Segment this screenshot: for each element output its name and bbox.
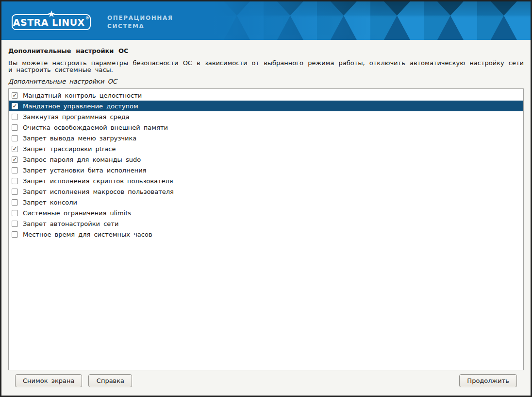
list-item-label: Местное время для системных часов [23,231,152,238]
continue-button[interactable]: Продолжить [459,374,517,387]
list-item-label: Замкнутая программная среда [23,113,130,121]
list-item-label: Запрет трассировки ptrace [23,145,116,153]
star-icon [47,10,56,18]
header-banner: ASTRA LINUX® ОПЕРАЦИОННАЯ СИСТЕМА [1,1,531,40]
help-button[interactable]: Справка [88,374,132,387]
checkbox-unchecked[interactable] [12,189,18,195]
list-item[interactable]: Запрет автонастройки сети [9,218,523,229]
list-item[interactable]: ✓Запрос пароля для команды sudo [9,154,523,165]
os-name-line1: ОПЕРАЦИОННАЯ [107,14,173,22]
list-item-label: Мандатный контроль целостности [23,92,142,99]
checkbox-checked[interactable]: ✓ [12,92,18,99]
installer-window: ASTRA LINUX® ОПЕРАЦИОННАЯ СИСТЕМА Дополн… [0,0,532,397]
list-item[interactable]: Очистка освобождаемой внешней памяти [9,122,523,133]
list-item-label: Очистка освобождаемой внешней памяти [23,124,168,131]
footer-bar: Снимок экрана Справка Продолжить [8,370,524,396]
checkbox-unchecked[interactable] [12,210,18,216]
registered-mark: ® [85,15,90,22]
list-item-label: Запрет исполнения макросов пользователя [23,188,174,195]
checkbox-checked[interactable]: ✓ [12,103,18,109]
list-item-label: Запрет консоли [23,199,77,206]
list-item[interactable]: Местное время для системных часов [9,229,523,240]
os-name: ОПЕРАЦИОННАЯ СИСТЕМА [107,14,173,31]
main-content: Дополнительные настройки ОС Вы можете на… [1,40,531,396]
list-item[interactable]: Запрет исполнения макросов пользователя [9,186,523,197]
list-item[interactable]: ✓Мандатный контроль целостности [9,90,523,101]
checkbox-unchecked[interactable] [12,135,18,141]
page-title: Дополнительные настройки ОС [8,47,524,54]
list-item-label: Запрос пароля для команды sudo [23,156,141,163]
list-item-label: Запрет установки бита исполнения [23,167,146,174]
list-item[interactable]: Системные ограничения ulimits [9,207,523,218]
options-list[interactable]: ✓Мандатный контроль целостности✓Мандатно… [8,88,524,370]
list-item[interactable]: ✓Запрет трассировки ptrace [9,143,523,154]
astra-linux-logo: ASTRA LINUX® [12,14,91,30]
list-item-label: Мандатное управление доступом [23,103,138,110]
list-item-label: Запрет автонастройки сети [23,220,118,227]
list-item[interactable]: ✓Мандатное управление доступом [9,101,523,111]
checkbox-unchecked[interactable] [12,167,18,173]
checkbox-unchecked[interactable] [12,178,18,184]
checkbox-unchecked[interactable] [12,199,18,206]
screenshot-button[interactable]: Снимок экрана [15,374,82,387]
checkbox-unchecked[interactable] [12,114,18,120]
checkbox-checked[interactable]: ✓ [12,156,18,163]
page-description: Вы можете настроить параметры безопаснос… [8,60,524,73]
checkbox-checked[interactable]: ✓ [12,146,18,152]
checkbox-unchecked[interactable] [12,231,18,238]
list-item[interactable]: Запрет вывода меню загрузчика [9,133,523,143]
list-item[interactable]: Запрет исполнения скриптов пользователя [9,175,523,186]
list-item-label: Запрет исполнения скриптов пользователя [23,177,173,185]
list-item-label: Запрет вывода меню загрузчика [23,135,136,142]
list-item[interactable]: Запрет установки бита исполнения [9,165,523,175]
list-item[interactable]: Замкнутая программная среда [9,111,523,122]
footer-left-buttons: Снимок экрана Справка [15,374,132,387]
options-group-label: Дополнительные настройки ОС [8,78,524,85]
list-item-label: Системные ограничения ulimits [23,209,131,217]
list-item[interactable]: Запрет консоли [9,197,523,207]
os-name-line2: СИСТЕМА [107,22,173,31]
checkbox-unchecked[interactable] [12,124,18,131]
checkbox-unchecked[interactable] [12,221,18,227]
